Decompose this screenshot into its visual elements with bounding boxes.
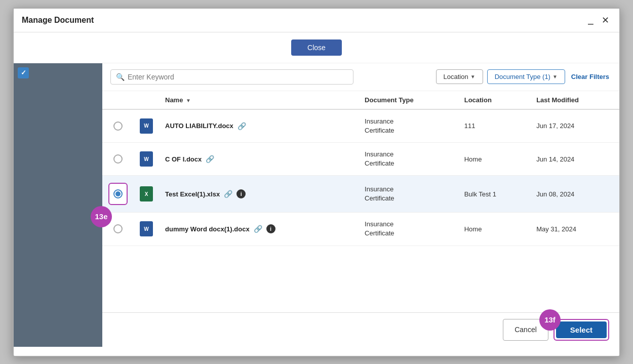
documents-table: Name ▼ Document Type Location Last Modif…	[102, 91, 619, 246]
sidebar-checkbox[interactable]	[18, 67, 29, 78]
col-modified: Last Modified	[530, 91, 619, 109]
doc-type-cell: InsuranceCertificate	[359, 142, 458, 175]
doc-type-cell: InsuranceCertificate	[359, 213, 458, 246]
file-name-text: dummy Word docx(1).docx	[165, 225, 250, 233]
radio-button-selected[interactable]	[113, 189, 123, 198]
search-input[interactable]	[128, 73, 348, 81]
manage-document-dialog: Manage Document ⎯ ✕ Close 🔍 Locatio	[13, 8, 620, 357]
last-modified-cell: Jun 08, 2024	[530, 176, 619, 213]
file-name-text: AUTO LIABILITY.docx	[165, 122, 233, 130]
doctype-filter-button[interactable]: Document Type (1) ▼	[487, 69, 565, 84]
file-icon-cell: W	[134, 142, 159, 175]
file-icon-cell: X	[134, 176, 159, 213]
radio-cell[interactable]	[102, 176, 134, 213]
radio-button[interactable]	[113, 154, 123, 164]
file-name-cell: C OF I.docx 🔗	[159, 142, 359, 175]
close-icon[interactable]: ✕	[600, 14, 611, 27]
dialog-titlebar: Manage Document ⎯ ✕	[14, 9, 619, 32]
radio-selected-wrapper[interactable]	[108, 183, 128, 205]
location-filter-button[interactable]: Location ▼	[436, 69, 483, 84]
col-icon	[134, 91, 159, 109]
search-box: 🔍	[110, 69, 353, 85]
name-sort-icon[interactable]: ▼	[186, 98, 191, 103]
file-name-cell: dummy Word docx(1).docx 🔗i	[159, 213, 359, 246]
file-icon-cell: W	[134, 213, 159, 246]
main-panel: 🔍 Location ▼ Document Type (1) ▼ Clear F…	[102, 63, 619, 347]
content-area: 🔍 Location ▼ Document Type (1) ▼ Clear F…	[14, 63, 619, 347]
last-modified-cell: Jun 17, 2024	[530, 109, 619, 143]
location-filter-label: Location	[444, 73, 468, 80]
link-icon[interactable]: 🔗	[254, 225, 262, 233]
radio-cell[interactable]	[102, 109, 134, 143]
col-radio	[102, 91, 134, 109]
excel-icon: X	[140, 186, 153, 201]
info-icon[interactable]: i	[236, 189, 246, 198]
col-name[interactable]: Name ▼	[159, 91, 359, 109]
link-icon[interactable]: 🔗	[238, 122, 246, 130]
table-body: W AUTO LIABILITY.docx 🔗InsuranceCertific…	[102, 109, 619, 246]
select-button[interactable]: Select	[556, 321, 607, 338]
badge-13e: 13e	[91, 206, 112, 227]
badge-13f: 13f	[539, 309, 561, 331]
filter-bar: 🔍 Location ▼ Document Type (1) ▼ Clear F…	[102, 63, 619, 91]
filter-buttons: Location ▼ Document Type (1) ▼ Clear Fil…	[436, 69, 611, 84]
sidebar-panel	[14, 63, 102, 347]
info-icon[interactable]: i	[266, 224, 275, 233]
table-row[interactable]: X Test Excel(1).xlsx 🔗iInsuranceCertific…	[102, 176, 619, 213]
titlebar-actions: ⎯ ✕	[586, 14, 611, 27]
location-cell: 111	[458, 109, 530, 143]
table-row[interactable]: W AUTO LIABILITY.docx 🔗InsuranceCertific…	[102, 109, 619, 143]
file-icon-cell: W	[134, 109, 159, 143]
word-icon: W	[140, 221, 153, 236]
location-cell: Home	[458, 142, 530, 175]
file-name-cell: Test Excel(1).xlsx 🔗i	[159, 176, 359, 213]
col-name-label: Name	[165, 96, 183, 104]
location-chevron-icon: ▼	[470, 74, 476, 79]
location-cell: Home	[458, 213, 530, 246]
file-name-text: C OF I.docx	[165, 155, 202, 163]
file-name-cell: AUTO LIABILITY.docx 🔗	[159, 109, 359, 143]
last-modified-cell: May 31, 2024	[530, 213, 619, 246]
table-row[interactable]: W C OF I.docx 🔗InsuranceCertificateHomeJ…	[102, 142, 619, 175]
radio-button[interactable]	[113, 224, 123, 233]
word-icon: W	[140, 118, 153, 134]
col-location: Location	[458, 91, 530, 109]
link-icon[interactable]: 🔗	[206, 155, 214, 163]
radio-cell[interactable]	[102, 142, 134, 175]
search-icon: 🔍	[116, 73, 125, 81]
col-doctype: Document Type	[359, 91, 458, 109]
close-button[interactable]: Close	[291, 39, 342, 56]
dialog-title: Manage Document	[22, 16, 94, 25]
file-name-text: Test Excel(1).xlsx	[165, 190, 220, 198]
table-header-row: Name ▼ Document Type Location Last Modif…	[102, 91, 619, 109]
radio-button[interactable]	[113, 122, 123, 131]
location-cell: Bulk Test 1	[458, 176, 530, 213]
doctype-chevron-icon: ▼	[552, 74, 558, 79]
select-button-wrapper: Select	[553, 319, 609, 341]
doc-type-cell: InsuranceCertificate	[359, 176, 458, 213]
doc-type-cell: InsuranceCertificate	[359, 109, 458, 143]
table-container: Name ▼ Document Type Location Last Modif…	[102, 91, 619, 312]
word-icon: W	[140, 151, 153, 167]
clear-filters-button[interactable]: Clear Filters	[569, 73, 611, 80]
table-row[interactable]: W dummy Word docx(1).docx 🔗iInsuranceCer…	[102, 213, 619, 246]
top-bar: Close	[14, 32, 619, 63]
last-modified-cell: Jun 14, 2024	[530, 142, 619, 175]
minimize-icon[interactable]: ⎯	[586, 14, 596, 26]
doctype-filter-label: Document Type (1)	[495, 73, 550, 80]
link-icon[interactable]: 🔗	[224, 190, 232, 198]
